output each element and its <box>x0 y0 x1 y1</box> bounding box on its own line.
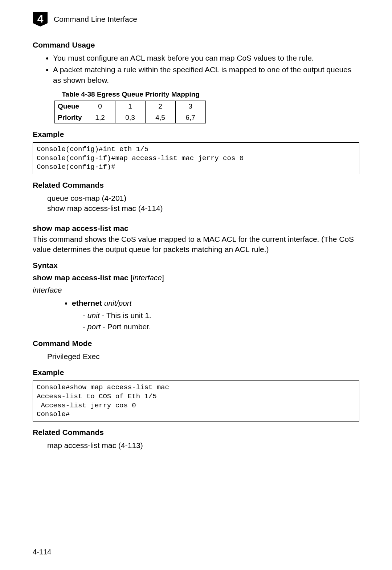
heading-related-commands: Related Commands <box>33 428 359 437</box>
heading-syntax: Syntax <box>33 261 359 270</box>
page-number: 4-114 <box>33 548 51 556</box>
command-description: This command shows the CoS value mapped … <box>33 234 359 255</box>
syntax-arg: unit/port <box>104 299 132 307</box>
syntax-line: show map access-list mac [interface] <box>33 273 359 282</box>
table-cell: 4,5 <box>145 112 175 123</box>
list-item: You must configure an ACL mask before yo… <box>53 53 359 63</box>
dash-item: port - Port number. <box>83 321 359 333</box>
heading-command-usage: Command Usage <box>33 41 359 49</box>
dash-desc: - Port number. <box>101 322 151 331</box>
heading-example: Example <box>33 130 359 139</box>
syntax-keyword: show map access-list mac <box>33 273 128 282</box>
table-cell: 6,7 <box>175 112 205 123</box>
related-command-line: show map access-list mac (4-114) <box>47 203 359 213</box>
dash-item: unit - This is unit 1. <box>83 310 359 321</box>
command-usage-list: You must configure an ACL mask before yo… <box>33 53 359 85</box>
code-block: Console(config)#int eth 1/5 Console(conf… <box>33 142 359 174</box>
syntax-sublist: ethernet unit/port unit - This is unit 1… <box>33 297 359 333</box>
bracket-close: ] <box>162 273 164 282</box>
table-cell: 1 <box>115 101 145 112</box>
table-cell: 2 <box>145 101 175 112</box>
code-block: Console#show map access-list mac Access-… <box>33 380 359 422</box>
list-item: A packet matching a rule within the spec… <box>53 65 359 85</box>
syntax-arg: port <box>87 322 101 331</box>
chapter-number-icon: 4 <box>33 12 48 27</box>
table-cell: 1,2 <box>85 112 115 123</box>
list-item: ethernet unit/port unit - This is unit 1… <box>72 297 359 333</box>
dash-list: unit - This is unit 1. port - Port numbe… <box>72 310 359 333</box>
syntax-arg: interface <box>132 273 162 282</box>
page-header: 4 Command Line Interface <box>33 12 359 27</box>
svg-text:4: 4 <box>37 13 44 25</box>
page: 4 Command Line Interface Command Usage Y… <box>0 0 392 570</box>
syntax-keyword: ethernet <box>72 299 102 307</box>
heading-example: Example <box>33 368 359 377</box>
heading-show-map-access-list-mac: show map access-list mac <box>33 224 359 233</box>
dash-desc: - This is unit 1. <box>100 311 151 319</box>
interface-label: interface <box>33 286 359 294</box>
table-header-cell: Queue <box>55 101 85 112</box>
priority-mapping-table: Queue 0 1 2 3 Priority 1,2 0,3 4,5 6,7 <box>54 101 206 123</box>
table-cell: 0 <box>85 101 115 112</box>
related-command-line: queue cos-map (4-201) <box>47 193 359 203</box>
related-command-line: map access-list mac (4-113) <box>47 440 359 451</box>
table-cell: 3 <box>175 101 205 112</box>
table-row: Priority 1,2 0,3 4,5 6,7 <box>55 112 206 123</box>
table-cell: 0,3 <box>115 112 145 123</box>
header-title: Command Line Interface <box>54 15 137 24</box>
table-header-cell: Priority <box>55 112 85 123</box>
heading-command-mode: Command Mode <box>33 339 359 348</box>
table-caption: Table 4-38 Egress Queue Priority Mapping <box>54 90 207 98</box>
heading-related-commands: Related Commands <box>33 181 359 190</box>
table-row: Queue 0 1 2 3 <box>55 101 206 112</box>
syntax-arg: unit <box>87 311 100 319</box>
command-mode-value: Privileged Exec <box>47 351 359 362</box>
